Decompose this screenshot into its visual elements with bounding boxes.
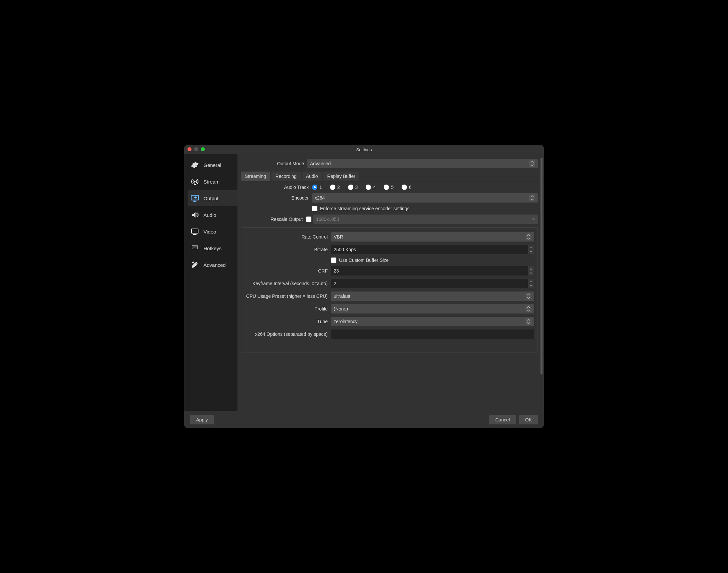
audio-track-2[interactable]: 2 bbox=[330, 185, 340, 190]
crf-field[interactable] bbox=[331, 268, 527, 273]
keyframe-field[interactable] bbox=[331, 281, 527, 286]
output-tabs: Streaming Recording Audio Replay Buffer bbox=[241, 171, 538, 181]
output-mode-select[interactable]: Advanced bbox=[307, 159, 538, 168]
rescale-label: Rescale Output bbox=[241, 216, 306, 222]
audio-track-6[interactable]: 6 bbox=[402, 185, 412, 190]
step-down-icon[interactable]: ▼ bbox=[528, 283, 534, 288]
audio-track-group: 1 2 3 4 5 6 bbox=[312, 185, 538, 190]
tune-label: Tune bbox=[241, 319, 331, 324]
bitrate-field[interactable] bbox=[331, 247, 527, 252]
step-up-icon[interactable]: ▲ bbox=[528, 279, 534, 283]
tab-replay-buffer[interactable]: Replay Buffer bbox=[323, 171, 359, 181]
window-body: General Stream Output Audio bbox=[184, 154, 544, 411]
encoder-settings-group: Rate Control VBR Bitr bbox=[241, 227, 538, 353]
radio-icon bbox=[366, 185, 371, 190]
tab-recording[interactable]: Recording bbox=[271, 171, 301, 181]
spinner-icon bbox=[525, 306, 531, 312]
tune-value: zerolatency bbox=[334, 319, 358, 324]
audio-track-3[interactable]: 3 bbox=[348, 185, 358, 190]
sidebar-item-video[interactable]: Video bbox=[188, 223, 237, 240]
spinner-icon bbox=[525, 293, 531, 300]
profile-label: Profile bbox=[241, 306, 331, 311]
custom-buffer-label: Use Custom Buffer Size bbox=[339, 258, 389, 263]
encoder-select[interactable]: x264 bbox=[312, 193, 538, 203]
bitrate-stepper[interactable]: ▲▼ bbox=[527, 245, 534, 254]
scrollbar[interactable] bbox=[541, 158, 543, 404]
sidebar-item-audio[interactable]: Audio bbox=[188, 207, 237, 223]
keyframe-stepper[interactable]: ▲▼ bbox=[527, 279, 534, 288]
rescale-checkbox[interactable] bbox=[306, 216, 312, 222]
zoom-icon[interactable] bbox=[201, 147, 205, 151]
step-up-icon[interactable]: ▲ bbox=[528, 266, 534, 271]
monitor-icon bbox=[190, 227, 200, 236]
chevron-down-icon bbox=[532, 217, 535, 221]
spinner-icon bbox=[529, 160, 535, 167]
audio-track-4[interactable]: 4 bbox=[366, 185, 376, 190]
settings-window: Settings General Stream Output bbox=[184, 145, 544, 428]
audio-track-1[interactable]: 1 bbox=[312, 185, 322, 190]
output-mode-label: Output Mode bbox=[241, 161, 307, 166]
sidebar-item-output[interactable]: Output bbox=[188, 190, 237, 206]
x264-opts-input[interactable] bbox=[331, 329, 534, 339]
rescale-value: 1680x1050 bbox=[316, 216, 339, 222]
bitrate-input[interactable]: ▲▼ bbox=[331, 245, 534, 254]
ok-button[interactable]: OK bbox=[519, 415, 538, 424]
sidebar-item-advanced[interactable]: Advanced bbox=[188, 257, 237, 273]
x264-opts-label: x264 Options (separated by space) bbox=[241, 331, 331, 337]
tune-select[interactable]: zerolatency bbox=[331, 317, 534, 326]
main-panel: Output Mode Advanced Streaming Recording… bbox=[237, 154, 544, 411]
window-title: Settings bbox=[184, 147, 544, 152]
profile-value: (None) bbox=[334, 306, 348, 311]
enforce-checkbox[interactable] bbox=[312, 206, 317, 211]
tab-streaming[interactable]: Streaming bbox=[241, 171, 270, 181]
apply-button[interactable]: Apply bbox=[190, 415, 214, 424]
step-down-icon[interactable]: ▼ bbox=[528, 271, 534, 275]
audio-track-label: Audio Track bbox=[241, 185, 312, 190]
crf-input[interactable]: ▲▼ bbox=[331, 266, 534, 275]
crf-label: CRF bbox=[241, 268, 331, 273]
x264-opts-field[interactable] bbox=[334, 329, 531, 339]
radio-icon bbox=[312, 185, 317, 190]
output-mode-value: Advanced bbox=[310, 161, 331, 166]
cpu-preset-value: ultrafast bbox=[334, 294, 350, 299]
titlebar: Settings bbox=[184, 145, 544, 154]
sidebar-item-label: Advanced bbox=[204, 262, 226, 268]
sidebar-item-stream[interactable]: Stream bbox=[188, 173, 237, 190]
sidebar: General Stream Output Audio bbox=[184, 154, 237, 411]
tools-icon bbox=[190, 260, 200, 269]
rate-control-value: VBR bbox=[334, 234, 343, 240]
tab-audio[interactable]: Audio bbox=[302, 171, 322, 181]
radio-icon bbox=[330, 185, 335, 190]
keyframe-input[interactable]: ▲▼ bbox=[331, 279, 534, 288]
encoder-value: x264 bbox=[315, 195, 325, 201]
audio-track-5[interactable]: 5 bbox=[384, 185, 394, 190]
sidebar-item-label: Stream bbox=[204, 179, 219, 185]
antenna-icon bbox=[190, 177, 200, 186]
spinner-icon bbox=[525, 318, 531, 325]
rate-control-select[interactable]: VBR bbox=[331, 232, 534, 242]
cancel-button[interactable]: Cancel bbox=[489, 415, 516, 424]
footer: Apply Cancel OK bbox=[184, 411, 544, 428]
minimize-icon[interactable] bbox=[194, 147, 198, 151]
step-down-icon[interactable]: ▼ bbox=[528, 250, 534, 254]
enforce-label: Enforce streaming service encoder settin… bbox=[320, 206, 409, 211]
keyboard-icon bbox=[190, 244, 200, 253]
close-icon[interactable] bbox=[187, 147, 191, 151]
speaker-icon bbox=[190, 210, 200, 219]
sidebar-item-general[interactable]: General bbox=[188, 157, 237, 173]
monitor-arrow-icon bbox=[190, 194, 200, 203]
cpu-preset-select[interactable]: ultrafast bbox=[331, 292, 534, 301]
bitrate-label: Bitrate bbox=[241, 247, 331, 252]
rescale-select: 1680x1050 bbox=[314, 215, 538, 224]
profile-select[interactable]: (None) bbox=[331, 304, 534, 313]
encoder-label: Encoder bbox=[241, 195, 312, 201]
crf-stepper[interactable]: ▲▼ bbox=[527, 266, 534, 275]
svg-rect-2 bbox=[191, 229, 198, 233]
tab-divider bbox=[241, 181, 538, 181]
sidebar-item-label: Output bbox=[204, 196, 218, 201]
sidebar-item-label: General bbox=[204, 162, 221, 168]
step-up-icon[interactable]: ▲ bbox=[528, 245, 534, 250]
custom-buffer-checkbox[interactable] bbox=[331, 258, 336, 263]
sidebar-item-hotkeys[interactable]: Hotkeys bbox=[188, 240, 237, 256]
radio-icon bbox=[402, 185, 407, 190]
